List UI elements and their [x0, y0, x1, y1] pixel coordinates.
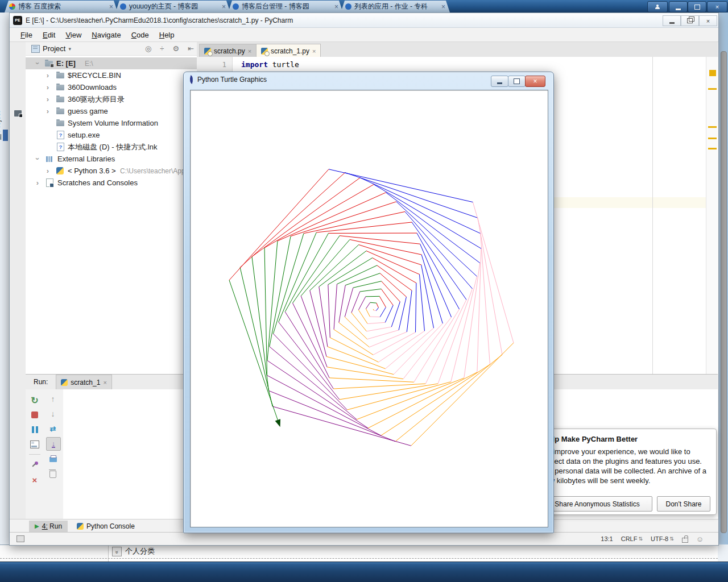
tree-item-recycle-bin[interactable]: › $RECYCLE.BIN: [26, 69, 197, 81]
tree-item-scratches-and-consoles[interactable]: › Scratches and Consoles: [26, 177, 197, 189]
warning-marker[interactable]: [708, 88, 717, 90]
stop-button[interactable]: [28, 409, 42, 421]
tree-item-drive-e[interactable]: › E: [E] E:\: [26, 57, 197, 69]
turtle-maximize-button[interactable]: [508, 76, 526, 87]
turtle-window-title: Python Turtle Graphics: [197, 76, 267, 84]
menu-code[interactable]: Code: [126, 29, 154, 41]
turtle-close-button[interactable]: ×: [525, 76, 545, 87]
collapse-all-icon[interactable]: ÷: [157, 44, 167, 53]
tree-item-external-libraries[interactable]: › External Libraries: [26, 153, 197, 165]
toolwindow-toggle-icon[interactable]: [16, 535, 24, 542]
browser-scrollbar[interactable]: [721, 51, 727, 533]
editor-tab-scratch-1[interactable]: scratch_1.py ×: [256, 44, 321, 57]
project-stripe-button[interactable]: 1: Project: [0, 89, 5, 140]
warning-marker[interactable]: [708, 148, 717, 149]
print-button[interactable]: [46, 453, 60, 465]
pycharm-restore-button[interactable]: [681, 15, 699, 26]
browser-tab-2[interactable]: youuoy的主页 - 博客园 ×: [115, 1, 230, 13]
menu-view[interactable]: View: [60, 29, 86, 41]
up-stack-trace-button[interactable]: ↑: [46, 393, 60, 405]
line-separator-selector[interactable]: CRLF⇅: [621, 535, 643, 542]
warning-marker[interactable]: [708, 138, 717, 139]
dont-share-button[interactable]: Don't Share: [657, 496, 710, 512]
tree-item-local-disk-lnk[interactable]: ? 本地磁盘 (D) - 快捷方式.lnk: [26, 141, 197, 153]
browser-tab-1[interactable]: 博客 百度搜索 ×: [5, 1, 118, 13]
turtle-title-bar[interactable]: Python Turtle Graphics: [189, 76, 267, 84]
minimize-icon: [676, 9, 681, 10]
tab-close-icon[interactable]: ×: [103, 379, 106, 386]
hector-icon[interactable]: ☺: [696, 535, 704, 543]
tab-close-icon[interactable]: ×: [108, 3, 114, 11]
pycharm-title-bar[interactable]: PE E [E:\] - C:\Users\teacher\.PyCharmEd…: [10, 13, 718, 28]
pycharm-close-button[interactable]: ×: [699, 15, 717, 26]
chevron-down-icon[interactable]: ▾: [68, 46, 71, 52]
browser-user-button[interactable]: [647, 1, 668, 13]
python-console-button[interactable]: Python Console: [71, 521, 140, 532]
collapse-section-button[interactable]: »: [112, 547, 122, 556]
gear-icon[interactable]: ⚙: [169, 44, 182, 53]
pause-button[interactable]: [28, 423, 42, 436]
restore-layout-button[interactable]: [28, 438, 42, 451]
close-icon: ×: [533, 77, 537, 85]
browser-maximize-button[interactable]: [688, 1, 706, 13]
chevron-collapsed-icon[interactable]: ›: [45, 95, 51, 103]
tab-close-icon[interactable]: ×: [248, 48, 251, 55]
close-panel-button[interactable]: ×: [28, 473, 42, 486]
tab-close-icon[interactable]: ×: [440, 3, 446, 11]
layout-icon: [30, 440, 39, 448]
locate-file-icon[interactable]: ◎: [142, 44, 154, 53]
warning-marker[interactable]: [709, 70, 716, 76]
menu-file[interactable]: File: [15, 29, 38, 41]
project-panel-title[interactable]: Project: [43, 44, 65, 53]
unknown-file-icon: ?: [57, 131, 64, 139]
share-statistics-button[interactable]: Share Anonymous Statistics: [542, 496, 652, 512]
maximize-icon: [694, 5, 700, 10]
tab-close-icon[interactable]: ×: [221, 3, 227, 11]
hide-panel-icon[interactable]: ⇤: [185, 44, 197, 53]
tree-item-guess-game[interactable]: › guess game: [26, 105, 197, 117]
caret-position[interactable]: 13:1: [601, 535, 613, 542]
menu-edit[interactable]: Edit: [38, 29, 60, 41]
run-tool-button[interactable]: ▶ 4: Run: [29, 521, 68, 532]
menu-navigate[interactable]: Navigate: [86, 29, 126, 41]
tree-item-python-36[interactable]: › < Python 3.6 > C:\Users\teacher\App: [26, 165, 197, 177]
chevron-expanded-icon[interactable]: ›: [34, 156, 42, 162]
tree-item-setup-exe[interactable]: ? setup.exe: [26, 129, 197, 141]
editor-tab-scratch[interactable]: scratch.py ×: [199, 44, 257, 57]
turtle-minimize-button[interactable]: [491, 76, 508, 87]
lock-icon[interactable]: [682, 538, 688, 543]
browser-tab-3[interactable]: 博客后台管理 - 博客园 ×: [228, 1, 343, 13]
run-tab-scratch-1[interactable]: scratch_1 ×: [56, 375, 111, 389]
tree-item-360-driver-dir[interactable]: › 360驱动大师目录: [26, 93, 197, 105]
tab-close-icon[interactable]: ×: [312, 48, 316, 55]
page-category-label[interactable]: 个人分类: [125, 546, 155, 556]
browser-minimize-button[interactable]: [669, 1, 688, 13]
tree-item-system-volume-information[interactable]: System Volume Information: [26, 117, 197, 129]
chevron-collapsed-icon[interactable]: ›: [45, 71, 51, 80]
scroll-to-end-button[interactable]: ↓: [46, 437, 61, 451]
chevron-collapsed-icon[interactable]: ›: [45, 107, 51, 115]
rerun-button[interactable]: ↻: [28, 394, 42, 406]
tab-close-icon[interactable]: ×: [333, 3, 340, 11]
status-bar: 13:1 CRLF⇅ UTF-8⇅ ☺: [10, 532, 718, 545]
clear-all-button[interactable]: [46, 468, 60, 480]
browser-tab-4[interactable]: 列表的应用 - 作业 - 专科 ×: [341, 1, 450, 13]
chevron-collapsed-icon[interactable]: ›: [45, 83, 51, 92]
user-icon: [655, 5, 660, 9]
pin-tab-button[interactable]: [28, 459, 42, 471]
warning-marker[interactable]: [708, 126, 717, 128]
chevron-collapsed-icon[interactable]: ›: [35, 178, 40, 187]
line-number: 1: [222, 61, 226, 69]
browser-tab-title: 列表的应用 - 作业 - 专科: [354, 2, 428, 11]
chevron-collapsed-icon[interactable]: ›: [45, 167, 51, 175]
menu-help[interactable]: Help: [154, 29, 180, 41]
down-stack-trace-button[interactable]: ↓: [46, 408, 60, 420]
browser-close-button[interactable]: ×: [707, 1, 727, 13]
editor-error-stripe[interactable]: [706, 57, 718, 374]
chevron-expanded-icon[interactable]: ›: [34, 61, 42, 66]
structure-icon[interactable]: [14, 110, 22, 117]
soft-wrap-button[interactable]: ⇄: [46, 422, 60, 435]
encoding-selector[interactable]: UTF-8⇅: [651, 535, 674, 542]
pycharm-minimize-button[interactable]: [663, 15, 681, 26]
tree-item-360downloads[interactable]: › 360Downloads: [26, 81, 197, 93]
